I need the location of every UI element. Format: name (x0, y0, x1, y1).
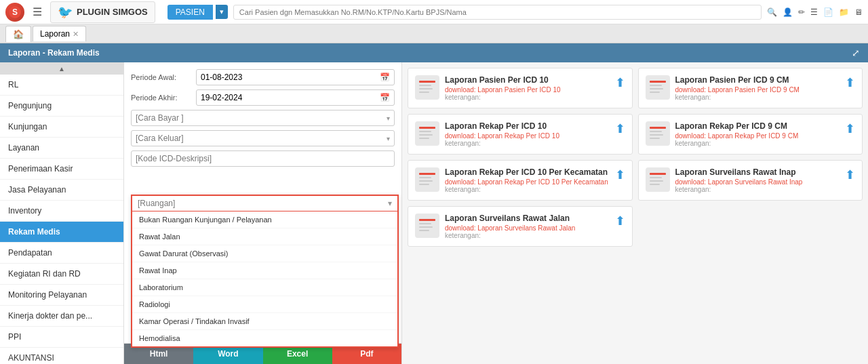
svg-rect-30 (650, 180, 663, 182)
card-download-3: download: Laporan Rekap Per ICD 9 CM (675, 132, 799, 140)
sidebar-item-layanan[interactable]: Layanan (0, 138, 123, 159)
ruangan-dropdown-header[interactable]: [Ruangan] ▾ (132, 195, 398, 211)
ruangan-option-3[interactable]: Rawat Inap (132, 262, 397, 279)
card-info-4: Laporan Rekap Per ICD 10 Per Kecamatan d… (445, 167, 608, 193)
cara-bayar-select[interactable]: [Cara Bayar ] ▾ (131, 110, 395, 126)
app-logo: S (5, 3, 24, 22)
periode-akhir-label: Periode Akhir: (131, 94, 192, 102)
card-title-4: Laporan Rekap Per ICD 10 Per Kecamatan (445, 167, 608, 177)
svg-rect-18 (650, 127, 666, 129)
download-btn-0[interactable]: ⬆ (615, 75, 625, 90)
sidebar-item-penerimaan-kasir[interactable]: Penerimaan Kasir (0, 159, 123, 180)
svg-rect-27 (646, 167, 670, 192)
download-btn-2[interactable]: ⬆ (615, 121, 625, 136)
svg-rect-35 (419, 226, 433, 228)
ruangan-option-0[interactable]: Bukan Ruangan Kunjungan / Pelayanan (132, 211, 397, 228)
close-tab-icon[interactable]: ✕ (73, 30, 79, 39)
ruangan-option-6[interactable]: Kamar Operasi / Tindakan Invasif (132, 313, 397, 330)
tab-home[interactable]: 🏠 (5, 26, 31, 42)
download-btn-1[interactable]: ⬆ (845, 75, 855, 90)
card-download-5: download: Laporan Surveilans Rawat Inap (675, 178, 803, 186)
download-btn-4[interactable]: ⬆ (615, 167, 625, 182)
ruangan-option-7[interactable]: Hemodialisa (132, 330, 397, 347)
card-icon-6 (415, 214, 439, 238)
patient-section: PASIEN ▾ (167, 5, 228, 20)
periode-awal-input[interactable]: 01-08-2023 📅 (196, 69, 395, 85)
kode-icd-input[interactable]: [Kode ICD-Deskripsi] (131, 150, 395, 167)
sidebar-item-pengunjung[interactable]: Pengunjung (0, 96, 123, 117)
ruangan-option-1[interactable]: Rawat Jalan (132, 228, 397, 245)
sidebar-item-kinerja-dokter[interactable]: Kinerja dokter dan pe... (0, 306, 123, 327)
svg-rect-33 (419, 219, 435, 221)
ruangan-option-2[interactable]: Gawat Darurat (Observasi) (132, 245, 397, 262)
card-keterangan-5: keterangan: (675, 186, 803, 193)
sidebar-item-jasa-pelayanan[interactable]: Jasa Pelayanan (0, 180, 123, 201)
main-layout: ▲ RL Pengunjung Kunjungan Layanan Peneri… (0, 62, 868, 364)
card-info-2: Laporan Rekap Per ICD 10 download: Lapor… (445, 121, 559, 147)
svg-rect-4 (419, 85, 431, 86)
svg-rect-2 (415, 75, 439, 100)
report-card-1: Laporan Pasien Per ICD 9 CM download: La… (638, 68, 863, 108)
content-area: Periode Awal: 01-08-2023 📅 Periode Akhir… (124, 62, 868, 364)
svg-rect-6 (419, 92, 429, 93)
cara-bayar-arrow: ▾ (387, 115, 390, 122)
tab-bar: 🏠 Laporan ✕ (0, 24, 868, 43)
card-left-0: Laporan Pasien Per ICD 10 download: Lapo… (415, 75, 561, 101)
edit-icon[interactable]: ✏ (798, 7, 805, 17)
svg-text:S: S (12, 7, 18, 17)
sidebar-item-ppi[interactable]: PPI (0, 327, 123, 348)
patient-label: PASIEN (167, 5, 213, 20)
user-add-icon[interactable]: 👤 (783, 7, 793, 17)
list-icon[interactable]: ☰ (810, 7, 818, 17)
ruangan-option-5[interactable]: Radiologi (132, 296, 397, 313)
cara-keluar-label: [Cara Keluar] (136, 134, 184, 143)
svg-rect-15 (419, 134, 433, 136)
sidebar-item-rl[interactable]: RL (0, 75, 123, 96)
home-icon: 🏠 (13, 29, 24, 39)
card-keterangan-4: keterangan: (445, 186, 608, 193)
card-left-1: Laporan Pasien Per ICD 9 CM download: La… (646, 75, 800, 101)
sidebar-item-akuntansi[interactable]: AKUNTANSI (0, 348, 123, 364)
hamburger-menu[interactable]: ☰ (30, 3, 45, 21)
sidebar-item-kunjungan[interactable]: Kunjungan (0, 117, 123, 138)
sidebar-item-pendapatan[interactable]: Pendapatan (0, 243, 123, 264)
app-name: PLUGIN SIMGOS (77, 7, 148, 17)
svg-rect-34 (419, 223, 431, 224)
svg-rect-29 (650, 177, 662, 178)
search-icon[interactable]: 🔍 (767, 7, 777, 17)
screen-icon[interactable]: 🖥 (854, 7, 863, 17)
sidebar-scroll-up[interactable]: ▲ (0, 62, 123, 75)
download-btn-3[interactable]: ⬆ (845, 121, 855, 136)
card-left-2: Laporan Rekap Per ICD 10 download: Lapor… (415, 121, 559, 147)
card-info-3: Laporan Rekap Per ICD 9 CM download: Lap… (675, 121, 799, 147)
sidebar-item-inventory[interactable]: Inventory (0, 201, 123, 222)
folder-icon[interactable]: 📁 (839, 7, 849, 17)
card-left-5: Laporan Surveilans Rawat Inap download: … (646, 167, 803, 193)
download-btn-6[interactable]: ⬆ (615, 214, 625, 228)
section-header: Laporan - Rekam Medis ⤢ (0, 43, 868, 62)
svg-rect-24 (419, 177, 431, 178)
sidebar-item-monitoring-pelayanan[interactable]: Monitoring Pelayanan (0, 285, 123, 306)
document-icon[interactable]: 📄 (823, 7, 833, 17)
header-icons: 🔍 👤 ✏ ☰ 📄 📁 🖥 (767, 7, 863, 17)
sidebar: ▲ RL Pengunjung Kunjungan Layanan Peneri… (0, 62, 124, 364)
svg-rect-9 (650, 85, 662, 86)
svg-rect-5 (419, 88, 433, 89)
cara-keluar-select[interactable]: [Cara Keluar] ▾ (131, 130, 395, 146)
search-input[interactable] (233, 5, 762, 20)
expand-icon[interactable]: ⤢ (852, 47, 860, 58)
card-info-1: Laporan Pasien Per ICD 9 CM download: La… (675, 75, 800, 101)
svg-rect-8 (650, 81, 666, 83)
ruangan-option-4[interactable]: Laboratorium (132, 279, 397, 296)
periode-akhir-input[interactable]: 19-02-2024 📅 (196, 89, 395, 106)
top-header: S ☰ 🐦 PLUGIN SIMGOS PASIEN ▾ 🔍 👤 ✏ ☰ 📄 📁… (0, 0, 868, 24)
patient-dropdown[interactable]: ▾ (216, 5, 228, 19)
sidebar-item-kegiatan-ri-rd[interactable]: Kegiatan RI dan RD (0, 264, 123, 285)
sidebar-item-rekam-medis[interactable]: Rekam Medis (0, 222, 123, 243)
cards-panel: Laporan Pasien Per ICD 10 download: Lapo… (402, 62, 868, 364)
download-btn-5[interactable]: ⬆ (845, 167, 855, 182)
card-title-2: Laporan Rekap Per ICD 10 (445, 121, 559, 131)
card-info-5: Laporan Surveilans Rawat Inap download: … (675, 167, 803, 193)
card-keterangan-1: keterangan: (675, 94, 800, 101)
tab-laporan[interactable]: Laporan ✕ (33, 26, 86, 41)
